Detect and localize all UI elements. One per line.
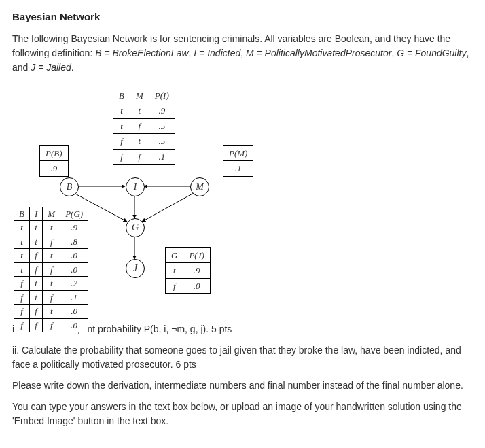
table-pb: P(B) .9 (39, 145, 69, 177)
pj-h1: G (166, 247, 183, 263)
table-pg: B I M P(G) ttt.9 ttf.8 tft.0 tff.0 ftt.2… (14, 207, 88, 333)
node-m-label: M (196, 179, 204, 194)
c: f (14, 290, 30, 305)
c: .5 (149, 118, 175, 134)
c: f (29, 305, 42, 319)
derivation-note: Please write down the derivation, interm… (12, 379, 473, 393)
c: .1 (60, 290, 88, 305)
node-b: B (60, 177, 79, 196)
c: .1 (149, 149, 175, 165)
c: .5 (149, 134, 175, 150)
pi-h2: M (130, 88, 149, 103)
c: t (29, 235, 42, 249)
page-title: Bayesian Network (12, 10, 473, 25)
node-j-label: J (133, 261, 137, 275)
pj-h2: P(J) (183, 247, 210, 263)
c: t (29, 221, 42, 235)
c: .0 (60, 262, 88, 277)
def-b: B = BrokeElectionLaw (95, 48, 188, 58)
c: t (14, 221, 30, 235)
pi-h1: B (113, 88, 130, 103)
c: .0 (183, 278, 210, 294)
c: t (29, 277, 42, 291)
c: .0 (60, 318, 88, 332)
pm-val: .1 (223, 161, 253, 177)
c: .9 (60, 221, 88, 235)
pg-h2: I (29, 207, 42, 221)
c: f (29, 262, 42, 277)
c: t (166, 263, 183, 279)
def-m: M = PoliticallyMotivatedProsecutor (246, 48, 391, 58)
c: t (14, 262, 30, 277)
pg-h3: M (43, 207, 60, 221)
c: f (43, 262, 60, 277)
table-pm: P(M) .1 (223, 145, 253, 177)
pi-h3: P(I) (149, 88, 175, 103)
node-i-label: I (134, 179, 137, 194)
c: f (14, 277, 30, 291)
c: t (130, 103, 149, 119)
c: f (43, 290, 60, 305)
node-i: I (126, 177, 145, 196)
def-g: G = FoundGuilty (397, 48, 466, 58)
node-g: G (126, 218, 145, 237)
c: f (29, 249, 42, 263)
c: t (43, 249, 60, 263)
intro-paragraph: The following Bayesian Network is for se… (12, 32, 473, 75)
c: f (166, 278, 183, 294)
node-j: J (126, 259, 145, 278)
c: f (43, 318, 60, 332)
def-i: I = Indicted (194, 48, 240, 58)
c: f (130, 118, 149, 134)
svg-line-4 (142, 193, 194, 222)
submission-instructions: You can type your answers in the text bo… (12, 400, 473, 428)
c: t (14, 249, 30, 263)
bayes-net-diagram: B I M G J P(B) .9 P(M) .1 B M P(I) tt.9 … (12, 84, 270, 315)
c: t (29, 290, 42, 305)
node-m: M (190, 177, 209, 196)
c: t (43, 305, 60, 319)
c: f (113, 149, 130, 165)
c: .0 (60, 249, 88, 263)
c: .9 (183, 263, 210, 279)
table-pi: B M P(I) tt.9 tf.5 ft.5 ff.1 (113, 88, 175, 165)
c: .0 (60, 305, 88, 319)
c: f (113, 134, 130, 150)
c: f (130, 149, 149, 165)
c: f (14, 318, 30, 332)
pb-val: .9 (40, 161, 69, 177)
c: t (113, 103, 130, 119)
question-ii: ii. Calculate the probability that someo… (12, 343, 473, 372)
c: .2 (60, 277, 88, 291)
c: .9 (149, 103, 175, 119)
node-b-label: B (67, 179, 73, 194)
c: f (43, 235, 60, 249)
pg-h4: P(G) (60, 207, 88, 221)
def-j: J = Jailed (31, 62, 71, 73)
c: t (130, 134, 149, 150)
c: t (43, 277, 60, 291)
c: f (29, 318, 42, 332)
c: t (43, 221, 60, 235)
node-g-label: G (132, 220, 139, 235)
table-pj: G P(J) t.9 f.0 (165, 247, 211, 294)
c: t (14, 235, 30, 249)
pg-h1: B (14, 207, 30, 221)
pb-header: P(B) (40, 145, 69, 161)
c: f (14, 305, 30, 319)
c: t (113, 118, 130, 134)
c: .8 (60, 235, 88, 249)
pm-header: P(M) (223, 145, 253, 161)
